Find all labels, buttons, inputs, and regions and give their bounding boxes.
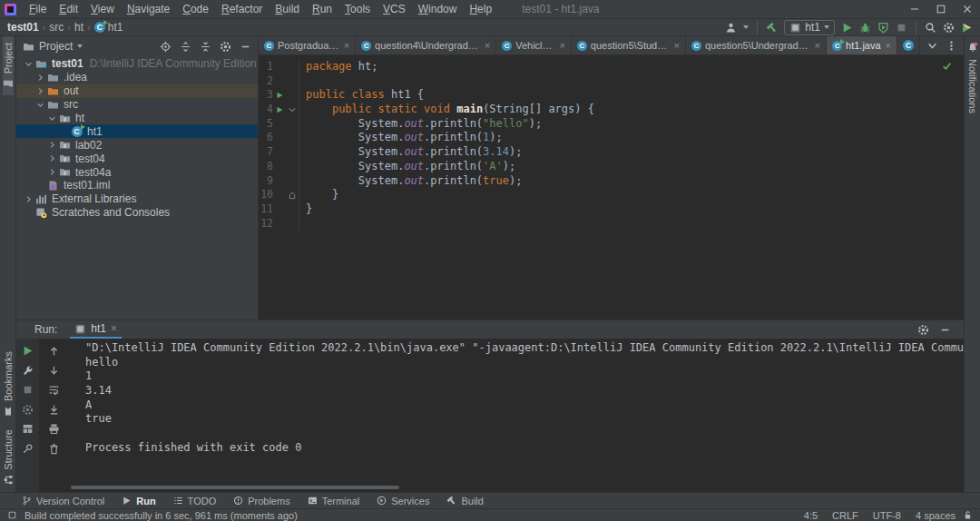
soft-wrap-icon[interactable] [48, 384, 60, 396]
settings-gear-icon[interactable] [943, 22, 955, 34]
tab-close-icon[interactable]: × [673, 40, 679, 51]
hide-panel-icon[interactable] [240, 41, 251, 53]
console-horizontal-scrollbar[interactable] [71, 486, 399, 489]
tree-row-ht[interactable]: ht [16, 112, 258, 125]
tab-close-icon[interactable]: × [815, 40, 820, 51]
background-tasks-icon[interactable] [7, 510, 17, 520]
editor-tab-question5-undergraduate.java[interactable]: Cquestion5\Undergraduate.java× [686, 36, 827, 54]
tree-row-test01[interactable]: test01D:\IntelliJ IDEA Community Edition… [16, 57, 258, 71]
gutter[interactable]: 4 [259, 103, 299, 117]
menu-window[interactable]: Window [412, 1, 464, 17]
stripe-project-button[interactable]: Project [3, 36, 14, 95]
toolwindow-todo[interactable]: TODO [173, 496, 217, 506]
line-number[interactable]: 2 [259, 74, 273, 89]
stop-button[interactable] [896, 22, 907, 34]
encoding[interactable]: UTF-8 [873, 510, 901, 521]
tree-row-src[interactable]: src [16, 98, 258, 112]
prev-occurrence-icon[interactable] [48, 345, 60, 357]
tree-row-lab02[interactable]: lab02 [16, 138, 258, 152]
edit-configuration-wrench-icon[interactable] [22, 365, 34, 377]
tab-close-icon[interactable]: × [886, 40, 891, 51]
code-with-me-users-icon[interactable] [725, 22, 737, 34]
chevron-down-icon[interactable] [45, 114, 58, 123]
run-configuration-select[interactable]: ht1 [784, 20, 835, 35]
overflow-tab-stub[interactable]: C [897, 36, 920, 54]
editor-tab-vehicle.java[interactable]: CVehicle.java× [496, 36, 572, 54]
line-number[interactable]: 5 [259, 117, 273, 132]
restore-layout-icon[interactable] [22, 423, 34, 435]
menu-file[interactable]: File [23, 1, 53, 17]
line-number[interactable]: 7 [259, 145, 273, 160]
tree-row-test04[interactable]: test04 [16, 152, 258, 165]
tree-row-test01.iml[interactable]: test01.iml [16, 179, 258, 192]
plugin-shield-icon[interactable] [961, 22, 973, 34]
users-dropdown-icon[interactable] [743, 25, 749, 29]
run-tab[interactable]: ht1 × [70, 320, 122, 339]
chevron-right-icon[interactable] [45, 154, 58, 162]
run-panel-hide-icon[interactable] [939, 324, 951, 336]
expand-all-icon[interactable] [180, 41, 191, 53]
minimize-button[interactable] [901, 0, 927, 18]
code-line[interactable]: 2 [259, 74, 964, 89]
menu-vcs[interactable]: VCS [377, 1, 412, 17]
run-panel-settings-gear-icon[interactable] [917, 324, 929, 336]
locate-file-icon[interactable] [160, 41, 172, 53]
menu-build[interactable]: Build [269, 1, 306, 17]
stripe-bookmarks-button[interactable]: Bookmarks [3, 345, 14, 423]
toolwindow-run[interactable]: Run [122, 496, 155, 506]
caret-position[interactable]: 4:5 [804, 510, 818, 521]
line-number[interactable]: 4 [259, 103, 273, 117]
line-number[interactable]: 10 [259, 188, 273, 202]
line-number[interactable]: 12 [259, 217, 273, 231]
tree-row-external-libraries[interactable]: External Libraries [16, 192, 258, 206]
run-console-output[interactable]: "D:\IntelliJ IDEA Community Edition 2022… [67, 339, 964, 492]
chevron-right-icon[interactable] [34, 87, 46, 95]
run-line-icon[interactable] [273, 91, 286, 100]
lock-icon[interactable] [963, 510, 973, 520]
menu-tools[interactable]: Tools [338, 1, 377, 17]
fold-down-icon[interactable] [286, 105, 299, 114]
close-button[interactable] [954, 0, 980, 18]
chevron-right-icon[interactable] [45, 141, 58, 149]
fold-up-icon[interactable] [286, 191, 299, 200]
code-line[interactable]: 10 } [259, 188, 964, 202]
menu-run[interactable]: Run [306, 1, 338, 17]
line-number[interactable]: 9 [259, 174, 273, 189]
line-number[interactable]: 11 [259, 202, 273, 217]
project-panel-title[interactable]: Project [39, 40, 73, 53]
editor-tab-question4-undergraduate.java[interactable]: Cquestion4\Undergraduate.java× [356, 36, 496, 54]
tree-row-test04a[interactable]: test04a [16, 165, 258, 179]
gutter[interactable]: 2 [259, 74, 299, 89]
build-settings-gear-icon[interactable] [22, 404, 34, 416]
code-line[interactable]: 3public class ht1 { [259, 88, 964, 103]
chevron-right-icon[interactable] [34, 74, 46, 82]
gutter[interactable]: 3 [259, 88, 299, 103]
scroll-to-end-icon[interactable] [48, 404, 60, 416]
stripe-structure-button[interactable]: Structure [3, 423, 14, 492]
tab-close-icon[interactable]: × [344, 40, 349, 51]
chevron-down-icon[interactable] [34, 101, 46, 109]
maximize-button[interactable] [927, 0, 954, 18]
line-separator[interactable]: CRLF [832, 510, 858, 521]
menu-view[interactable]: View [84, 1, 121, 17]
hidden-tabs-chevron-icon[interactable] [926, 40, 938, 52]
pin-tab-icon[interactable] [22, 443, 34, 455]
project-view-dropdown-icon[interactable] [77, 44, 83, 48]
code-line[interactable]: 8 System.out.println('A'); [259, 160, 964, 174]
line-number[interactable]: 1 [259, 60, 273, 74]
search-everywhere-icon[interactable] [925, 22, 936, 34]
coverage-button[interactable] [877, 22, 889, 34]
editor-tab-ht1.java[interactable]: Cht1.java× [827, 36, 897, 54]
code-line[interactable]: 4 public static void main(String[] args)… [259, 103, 964, 117]
menu-refactor[interactable]: Refactor [215, 1, 269, 17]
toolwindow-build[interactable]: Build [446, 496, 483, 506]
line-number[interactable]: 8 [259, 160, 273, 174]
tree-row-.idea[interactable]: .idea [16, 71, 258, 84]
chevron-right-icon[interactable] [22, 195, 34, 203]
toolwindow-terminal[interactable]: Terminal [308, 496, 360, 506]
gutter[interactable]: 11 [259, 202, 299, 217]
stop-process-button[interactable] [22, 384, 34, 396]
next-occurrence-icon[interactable] [48, 365, 60, 377]
menu-help[interactable]: Help [463, 1, 498, 17]
tab-options-kebab-icon[interactable] [946, 40, 957, 52]
